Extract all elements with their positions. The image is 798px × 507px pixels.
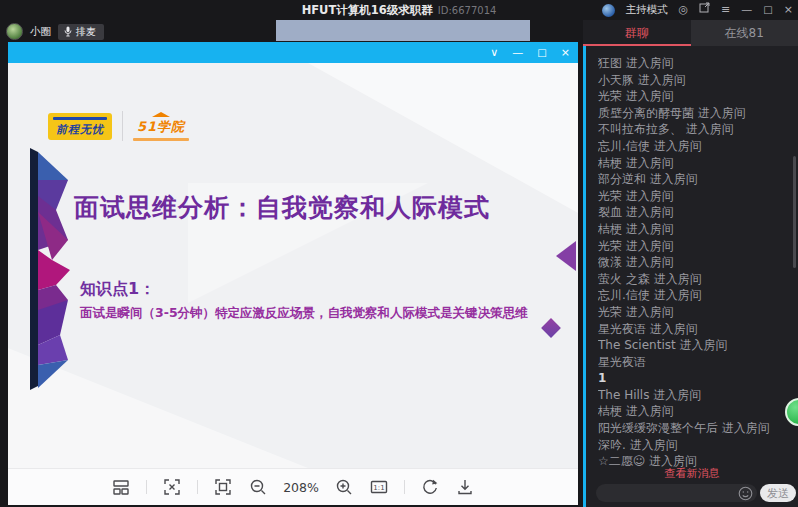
minimize-icon[interactable]: —	[512, 42, 523, 63]
presentation-titlebar[interactable]: ∨ — □ ×	[8, 42, 578, 63]
video-placeholder-strip	[276, 20, 530, 41]
minimize-icon[interactable]: —	[741, 0, 752, 20]
chat-message: 桔梗 进入房间	[598, 155, 790, 172]
zoom-in-icon[interactable]	[334, 477, 354, 497]
room-title: HFUT计算机16级求职群	[302, 3, 433, 18]
chat-message: 萤火 之森 进入房间	[598, 271, 790, 288]
maximize-icon[interactable]: □	[537, 42, 546, 63]
logo-51job-url-bar	[53, 117, 107, 120]
slides-panel-icon[interactable]	[111, 477, 131, 497]
send-button[interactable]: 发送	[760, 484, 796, 502]
fit-screen-icon[interactable]	[213, 477, 233, 497]
chat-input[interactable]	[596, 484, 757, 502]
microphone-icon	[64, 26, 72, 37]
chat-message: 部分逆和 进入房间	[598, 171, 790, 188]
maximize-icon[interactable]: □	[763, 0, 772, 20]
toolbar-separator	[197, 480, 198, 494]
chat-message: 忘川.信使 进入房间	[598, 138, 790, 155]
slide-area: 前程无忧 51学院 面试思	[8, 63, 578, 468]
rotate-icon[interactable]	[420, 477, 440, 497]
chat-message: 质壁分离的酵母菌 进入房间	[598, 105, 790, 122]
chat-message: 阳光缓缓弥漫整个午后 进入房间	[598, 420, 790, 437]
slide-diamond-decoration	[556, 241, 576, 271]
chat-message: 裂血 进入房间	[598, 204, 790, 221]
viewer-toolbar: 208% 1:1	[8, 468, 578, 505]
toolbar-separator	[404, 480, 405, 494]
close-icon[interactable]: ×	[561, 42, 570, 63]
chat-panel: 狂图 进入房间小天豚 进入房间光荣 进入房间质壁分离的酵母菌 进入房间不叫拉布拉…	[583, 46, 798, 507]
popout-icon[interactable]	[699, 0, 710, 20]
view-new-messages-link[interactable]: 查看新消息	[586, 466, 798, 481]
logo-roof-icon	[152, 112, 170, 117]
user-avatar[interactable]	[6, 23, 23, 40]
chat-message: 小天豚 进入房间	[598, 72, 790, 89]
room-id: ID:6677014	[438, 5, 497, 16]
toolbar-separator	[146, 480, 147, 494]
close-icon[interactable]: ×	[784, 0, 793, 20]
chat-message: 光荣 进入房间	[598, 304, 790, 321]
chat-scrollbar[interactable]	[793, 156, 796, 268]
actual-size-icon[interactable]: 1:1	[369, 477, 389, 497]
app-window: HFUT计算机16级求职群 ID:6677014 主持模式 ◎ ≡ — □ × …	[0, 0, 798, 507]
chat-message: The Scientist 进入房间	[598, 337, 790, 354]
logo-51job: 前程无忧	[48, 113, 112, 140]
chat-message: 桔梗 进入房间	[598, 221, 790, 238]
chat-message-text: 1	[598, 370, 790, 387]
user-name: 小圈	[30, 25, 51, 39]
logo-51college: 51学院	[133, 112, 189, 141]
chat-message: 光荣 进入房间	[598, 188, 790, 205]
chat-message: 狂图 进入房间	[598, 55, 790, 72]
menu-icon[interactable]: ≡	[721, 0, 730, 20]
mic-queue-label: 排麦	[76, 25, 96, 39]
slide-ribbon-decoration	[30, 148, 76, 390]
presentation-window: ∨ — □ × 前程无忧 51学院	[8, 42, 578, 505]
zoom-level: 208%	[283, 480, 319, 495]
chat-message: 光荣 进入房间	[598, 238, 790, 255]
zoom-out-icon[interactable]	[248, 477, 268, 497]
mic-queue-button[interactable]: 排麦	[58, 24, 104, 40]
tab-online-count[interactable]: 在线81	[691, 20, 798, 46]
chat-message: 光荣 进入房间	[598, 88, 790, 105]
chat-message: 微漾 进入房间	[598, 254, 790, 271]
logo-divider	[122, 111, 123, 141]
knowledge-point-label: 知识点1：	[80, 279, 155, 300]
expand-icon[interactable]	[162, 477, 182, 497]
emoji-icon[interactable]	[738, 486, 753, 501]
chat-sidebar: 群聊 在线81 狂图 进入房间小天豚 进入房间光荣 进入房间质壁分离的酵母菌 进…	[583, 20, 798, 507]
host-mode-label: 主持模式	[626, 3, 668, 17]
settings-icon[interactable]: ◎	[679, 0, 689, 20]
chat-message: The Hills 进入房间	[598, 387, 790, 404]
chat-list[interactable]: 狂图 进入房间小天豚 进入房间光荣 进入房间质壁分离的酵母菌 进入房间不叫拉布拉…	[598, 55, 790, 470]
logo-51job-text: 前程无忧	[56, 122, 104, 137]
chat-message: 忘川.信使 进入房间	[598, 287, 790, 304]
chat-message: 不叫拉布拉多、 进入房间	[598, 121, 790, 138]
slide-title: 面试思维分析：自我觉察和人际模式	[74, 191, 564, 224]
chat-message: 桔梗 进入房间	[598, 403, 790, 420]
host-mode-avatar	[602, 4, 615, 17]
logo-51college-tagline-bar	[133, 138, 189, 141]
top-bar: HFUT计算机16级求职群 ID:6677014 主持模式 ◎ ≡ — □ ×	[0, 0, 798, 20]
chat-message: 星光夜语	[598, 354, 790, 371]
svg-text:1:1: 1:1	[373, 484, 384, 492]
chat-message: 星光夜语 进入房间	[598, 321, 790, 338]
collapse-icon[interactable]: ∨	[490, 42, 498, 63]
chat-message: 深吟. 进入房间	[598, 437, 790, 454]
tab-group-chat[interactable]: 群聊	[583, 20, 691, 46]
download-icon[interactable]	[455, 477, 475, 497]
logo-51college-text: 51学院	[137, 118, 185, 136]
knowledge-point-text: 面试是瞬间（3-5分钟）特定应激反应场景，自我觉察和人际模式是关键决策思维	[80, 305, 560, 322]
